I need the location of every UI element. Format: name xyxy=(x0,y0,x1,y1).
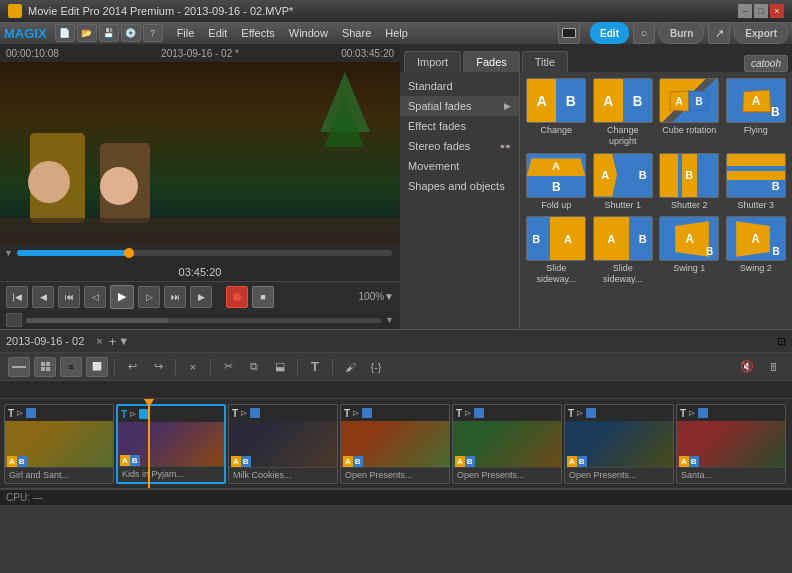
timeline-title: 2013-09-16 - 02 xyxy=(6,335,84,347)
grid-view-button[interactable] xyxy=(34,357,56,377)
timeline-scroll[interactable]: T ⊳ A B Girl and Sant... T ⊳ xyxy=(0,381,792,489)
tab-import[interactable]: Import xyxy=(404,51,461,72)
scene-detect-button[interactable]: ⬜ xyxy=(86,357,108,377)
clip-label5: Open Presents... xyxy=(453,467,561,483)
category-movement[interactable]: Movement xyxy=(400,156,519,176)
clip-open-presents-3[interactable]: T ⊳ A B Open Presents... xyxy=(564,404,674,484)
export-mode-button[interactable]: Export xyxy=(734,22,788,44)
clip-milk-cookies[interactable]: T ⊳ A B Milk Cookies... xyxy=(228,404,338,484)
cpu-status: CPU: — xyxy=(6,492,43,503)
effect-slide2[interactable]: A B Slide sideway... xyxy=(593,216,654,285)
menu-edit[interactable]: Edit xyxy=(202,25,233,41)
menu-help[interactable]: Help xyxy=(379,25,414,41)
effect-swing2[interactable]: A B Swing 2 xyxy=(726,216,787,285)
maximize-button[interactable]: □ xyxy=(754,4,768,18)
rewind-button[interactable]: ⏮ xyxy=(58,286,80,308)
effects-tool-button[interactable]: {-} xyxy=(365,357,387,377)
clip-open-presents-1[interactable]: T ⊳ A B Open Presents... xyxy=(340,404,450,484)
category-effect[interactable]: Effect fades xyxy=(400,116,519,136)
copy-button[interactable]: ⧉ xyxy=(243,357,265,377)
tab-title[interactable]: Title xyxy=(522,51,568,72)
clip-open-presents-2[interactable]: T ⊳ A B Open Presents... xyxy=(452,404,562,484)
delete-button[interactable]: × xyxy=(182,357,204,377)
burn-icon[interactable]: ○ xyxy=(633,22,655,44)
close-button[interactable]: × xyxy=(770,4,784,18)
effect-slide1[interactable]: A B Slide sideway... xyxy=(526,216,587,285)
redo-button[interactable]: ↪ xyxy=(147,357,169,377)
export-icon[interactable]: ↗ xyxy=(708,22,730,44)
effect-cube-rotation[interactable]: A B Cube rotation xyxy=(659,78,720,147)
clip-label2: Kids in Pyjam... xyxy=(118,466,224,482)
clip-ab-badge7: A B xyxy=(679,456,699,467)
clip-ab-badge5: A B xyxy=(455,456,475,467)
timebar-track[interactable] xyxy=(17,250,392,256)
step-back-button[interactable]: ◁ xyxy=(84,286,106,308)
play-button[interactable]: ▶ xyxy=(110,285,134,309)
undo-button[interactable]: ↩ xyxy=(121,357,143,377)
category-spatial[interactable]: Spatial fades ▶ xyxy=(400,96,519,116)
monitor-icon[interactable] xyxy=(558,22,580,44)
menu-share[interactable]: Share xyxy=(336,25,377,41)
next-frame-button[interactable]: ▶ xyxy=(190,286,212,308)
stop-button[interactable]: ■ xyxy=(252,286,274,308)
paint-tool-button[interactable]: 🖌 xyxy=(339,357,361,377)
tab-fades[interactable]: Fades xyxy=(463,51,520,72)
timeline-maximize-button[interactable]: ⊡ xyxy=(777,335,786,348)
edit-mode-button[interactable]: Edit xyxy=(590,22,629,44)
menu-effects[interactable]: Effects xyxy=(235,25,280,41)
snap-button[interactable] xyxy=(6,313,22,327)
effect-change-upright-label: Change upright xyxy=(593,125,654,147)
record-button[interactable] xyxy=(226,286,248,308)
effect-flying[interactable]: A B Flying xyxy=(726,78,787,147)
clip-kids-pyjamas[interactable]: T ⊳ A B Kids in Pyjam... xyxy=(116,404,226,484)
category-standard[interactable]: Standard xyxy=(400,76,519,96)
effect-swing1[interactable]: A B Swing 1 xyxy=(659,216,720,285)
timeline-close-button[interactable]: × xyxy=(96,335,102,347)
prev-frame-button[interactable]: ◀ xyxy=(32,286,54,308)
category-stereo[interactable]: Stereo fades 👓 xyxy=(400,136,519,156)
window-controls: − □ × xyxy=(738,4,784,18)
effect-swing1-thumb: A B xyxy=(659,216,719,261)
paste-button[interactable]: ⬓ xyxy=(269,357,291,377)
minimize-button[interactable]: − xyxy=(738,4,752,18)
scrub-bar[interactable] xyxy=(26,318,381,323)
effect-fold-up[interactable]: A B Fold up xyxy=(526,153,587,211)
menu-file[interactable]: File xyxy=(171,25,201,41)
effect-shutter3[interactable]: B Shutter 3 xyxy=(726,153,787,211)
timeline-add-button[interactable]: + xyxy=(109,334,117,349)
menu-window[interactable]: Window xyxy=(283,25,334,41)
burn-button[interactable]: 💿 xyxy=(121,24,141,42)
stereo-icon: 👓 xyxy=(499,141,511,152)
burn-mode-button[interactable]: Burn xyxy=(659,22,704,44)
help-button[interactable]: ? xyxy=(143,24,163,42)
window-title: Movie Edit Pro 2014 Premium - 2013-09-16… xyxy=(28,5,293,17)
effect-shutter1[interactable]: A B Shutter 1 xyxy=(593,153,654,211)
bookmark-icon2: ⊳ xyxy=(129,409,137,420)
mute-button[interactable]: 🔇 xyxy=(736,357,758,377)
zoom-display: 100%▼ xyxy=(359,291,394,302)
list-view-button[interactable]: ≡ xyxy=(60,357,82,377)
clip3-icons: T ⊳ xyxy=(232,408,260,419)
save-button[interactable]: 💾 xyxy=(99,24,119,42)
toolbar-icons: 📄 📂 💾 💿 ? xyxy=(55,24,163,42)
text-icon: T xyxy=(8,408,14,419)
track-type-toggle[interactable] xyxy=(8,357,30,377)
catooh-logo[interactable]: catooh xyxy=(744,55,788,72)
audio-button[interactable]: 🎚 xyxy=(762,357,784,377)
open-button[interactable]: 📂 xyxy=(77,24,97,42)
go-to-start-button[interactable]: |◀ xyxy=(6,286,28,308)
fast-forward-button[interactable]: ⏭ xyxy=(164,286,186,308)
effect-change-upright[interactable]: A B Change upright xyxy=(593,78,654,147)
new-button[interactable]: 📄 xyxy=(55,24,75,42)
text-tool-button[interactable]: T xyxy=(304,357,326,377)
step-forward-button[interactable]: ▷ xyxy=(138,286,160,308)
effect-shutter2[interactable]: B Shutter 2 xyxy=(659,153,720,211)
clip-ab-badge2: A B xyxy=(120,455,140,466)
preview-timebar[interactable]: ▼ xyxy=(0,243,400,263)
clip-girl-santa[interactable]: T ⊳ A B Girl and Sant... xyxy=(4,404,114,484)
effect-change[interactable]: A B Change xyxy=(526,78,587,147)
clip-santa[interactable]: T ⊳ A B Santa... xyxy=(676,404,786,484)
timeline-dropdown-button[interactable]: ▼ xyxy=(118,335,129,347)
category-shapes[interactable]: Shapes and objects xyxy=(400,176,519,196)
cut-tool-button[interactable]: ✂ xyxy=(217,357,239,377)
